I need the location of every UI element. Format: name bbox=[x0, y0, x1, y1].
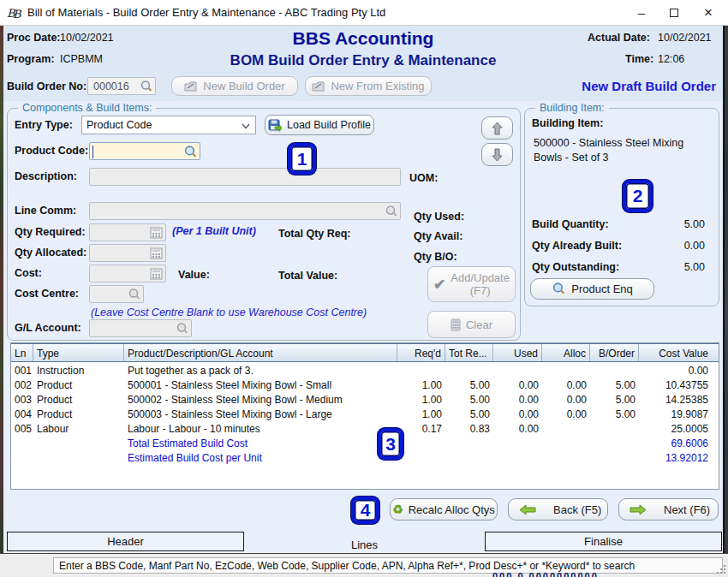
search-icon[interactable] bbox=[176, 322, 189, 336]
entry-type-label: Entry Type: bbox=[15, 119, 73, 131]
calculator-icon[interactable] bbox=[150, 268, 163, 280]
close-button[interactable]: × bbox=[692, 0, 725, 26]
maximize-icon bbox=[670, 9, 678, 17]
desktop-edge-left bbox=[0, 26, 3, 553]
components-group-label: Components & Build Items: bbox=[18, 102, 156, 114]
calculator-icon[interactable] bbox=[150, 247, 163, 259]
add-update-button[interactable]: ✔ Add/Update(F7) bbox=[427, 266, 516, 302]
minimize-button[interactable]: – bbox=[625, 0, 658, 26]
search-icon[interactable] bbox=[140, 80, 153, 93]
build-quantity-value: 5.00 bbox=[653, 218, 705, 230]
annotation-badge-2: 2 bbox=[623, 180, 653, 212]
app-window: B B Bill of Materials - Build Order Entr… bbox=[0, 0, 728, 577]
col-ln[interactable]: Ln bbox=[11, 344, 33, 361]
qty-allocated-field[interactable] bbox=[89, 244, 166, 262]
cost-centre-label: Cost Centre: bbox=[15, 288, 79, 300]
qty-used-label: Qty Used: bbox=[414, 211, 464, 223]
tab-bar: Header Lines Finalise bbox=[0, 531, 728, 553]
product-code-label: Product Code: bbox=[15, 145, 88, 157]
table-row[interactable]: 001Instruction Put together as a pack of… bbox=[11, 364, 719, 378]
col-cost-value[interactable]: Cost Value bbox=[639, 344, 712, 361]
clear-calculator-icon bbox=[451, 318, 461, 331]
recycle-icon: ♻ bbox=[392, 503, 403, 516]
svg-text:B: B bbox=[13, 8, 22, 21]
table-row[interactable]: 003Product 500002 - Stainless Steel Mixi… bbox=[11, 393, 719, 407]
header-band: Proc Date: 10/02/2021 Program: ICPBMM BB… bbox=[3, 26, 723, 101]
screen-title: BOM Build Order Entry & Maintenance bbox=[3, 52, 723, 69]
col-tot-req[interactable]: Tot Re... bbox=[445, 344, 493, 361]
new-build-order-button[interactable]: New Build Order bbox=[171, 76, 298, 96]
search-icon[interactable] bbox=[183, 145, 198, 159]
total-value-label: Total Value: bbox=[278, 270, 337, 282]
cost-centre-field[interactable] bbox=[89, 285, 144, 303]
table-row[interactable]: 005Labour Labour - Labour - 10 minutes0.… bbox=[11, 422, 719, 437]
product-enq-button[interactable]: Product Enq bbox=[530, 278, 654, 300]
title-bar: B B Bill of Materials - Build Order Entr… bbox=[0, 0, 728, 26]
description-label: Description: bbox=[15, 170, 77, 182]
col-type[interactable]: Type bbox=[33, 344, 124, 361]
building-item-label: Building Item: bbox=[532, 117, 603, 129]
draft-state-text: New Draft Build Order bbox=[582, 79, 716, 93]
col-alloc[interactable]: Alloc bbox=[542, 344, 590, 361]
summary-row-total-cost: Total Estimated Build Cost 69.6006 bbox=[11, 437, 719, 451]
main-area: Components & Build Items: Entry Type: Pr… bbox=[3, 101, 723, 531]
col-product-description[interactable]: Product/Description/GL Account bbox=[124, 344, 397, 361]
tab-finalise[interactable]: Finalise bbox=[485, 532, 722, 551]
move-down-button[interactable] bbox=[481, 143, 513, 166]
gl-account-label: G/L Account: bbox=[15, 322, 81, 334]
new-from-existing-button[interactable]: New From Existing bbox=[305, 76, 432, 96]
entry-type-select[interactable]: Product Code bbox=[81, 116, 256, 134]
table-row[interactable]: 002Product 500001 - Stainless Steel Mixi… bbox=[11, 378, 719, 393]
qty-allocated-label: Qty Allocated: bbox=[15, 247, 87, 259]
line-comm-field[interactable] bbox=[89, 202, 401, 220]
window-title: Bill of Materials - Build Order Entry & … bbox=[27, 6, 385, 19]
new-document-icon bbox=[184, 80, 198, 92]
qty-already-built-value: 0.00 bbox=[653, 240, 705, 252]
qty-required-label: Qty Required: bbox=[15, 226, 86, 238]
building-item-text: 500000 - Stainless Steel Mixing Bowls - … bbox=[534, 136, 709, 165]
next-button[interactable]: Next (F6) bbox=[618, 498, 719, 520]
qty-outstanding-label: Qty Outstanding: bbox=[532, 261, 619, 273]
time-value: 12:06 bbox=[658, 53, 684, 65]
value-label: Value: bbox=[178, 269, 210, 281]
col-reqd[interactable]: Req'd bbox=[397, 344, 445, 361]
clear-button[interactable]: Clear bbox=[427, 311, 516, 338]
resize-grip[interactable] bbox=[716, 564, 726, 574]
search-icon bbox=[552, 282, 566, 296]
total-qty-req-label: Total Qty Req: bbox=[278, 228, 351, 240]
move-up-button[interactable] bbox=[481, 116, 513, 140]
col-border[interactable]: B/Order bbox=[590, 344, 639, 361]
search-icon[interactable] bbox=[128, 288, 141, 301]
uom-label: UOM: bbox=[409, 172, 438, 184]
check-icon: ✔ bbox=[433, 276, 445, 294]
qty-avail-label: Qty Avail: bbox=[414, 230, 462, 242]
build-order-no-field[interactable]: 000016 bbox=[87, 77, 156, 95]
maximize-button[interactable] bbox=[658, 0, 690, 26]
summary-row-cost-per-unit: Estimated Build Cost per Unit 13.92012 bbox=[11, 451, 719, 466]
actual-date-label: Actual Date: bbox=[588, 32, 650, 44]
chevron-down-icon bbox=[242, 123, 250, 129]
table-row[interactable]: 004Product 500003 - Stainless Steel Mixi… bbox=[11, 407, 719, 422]
text-caret bbox=[92, 146, 93, 158]
arrow-up-icon bbox=[492, 122, 503, 135]
recalc-alloc-qtys-button[interactable]: ♻ Recalc Alloc Qtys bbox=[390, 498, 498, 520]
description-field bbox=[89, 168, 401, 186]
calculator-icon[interactable] bbox=[150, 227, 163, 239]
lines-table: Ln Type Product/Description/GL Account R… bbox=[10, 342, 719, 490]
cost-field[interactable] bbox=[89, 265, 166, 283]
build-quantity-label: Build Quantity: bbox=[532, 218, 609, 230]
load-build-profile-button[interactable]: Load Build Profile bbox=[265, 115, 374, 135]
col-used[interactable]: Used bbox=[493, 344, 542, 361]
gl-account-field[interactable] bbox=[89, 319, 192, 337]
tab-lines[interactable]: Lines bbox=[246, 537, 483, 552]
qty-required-field[interactable] bbox=[89, 223, 166, 241]
cost-label: Cost: bbox=[15, 267, 42, 279]
back-button[interactable]: Back (F5) bbox=[508, 498, 608, 520]
product-code-field[interactable] bbox=[89, 142, 200, 160]
clipped-background-text: 000 0 0000000000 bbox=[492, 571, 672, 577]
components-group: Components & Build Items: Entry Type: Pr… bbox=[7, 108, 521, 341]
tab-header[interactable]: Header bbox=[7, 532, 244, 551]
search-icon[interactable] bbox=[385, 205, 398, 218]
app-icon: B B bbox=[6, 4, 23, 21]
new-document-icon bbox=[312, 80, 325, 92]
